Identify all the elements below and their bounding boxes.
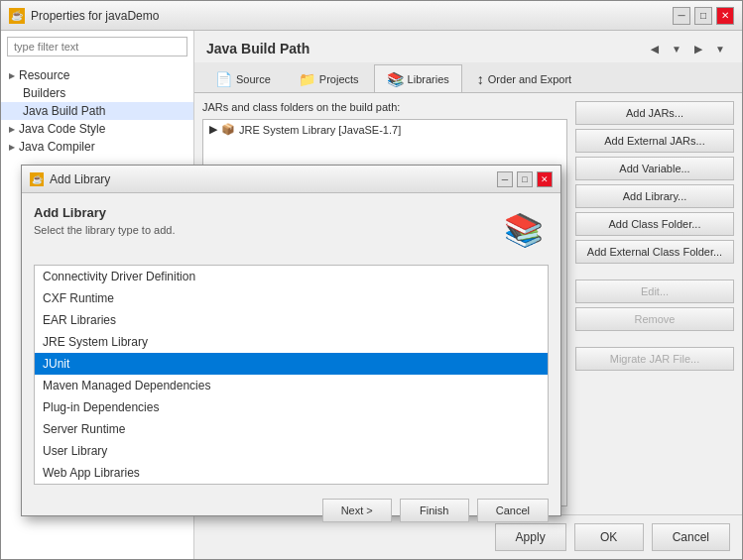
source-tab-icon: 📄 (215, 71, 232, 87)
sidebar-item-label: Resource (19, 68, 69, 82)
library-item-label: Connectivity Driver Definition (43, 270, 195, 283)
dialog-subtitle: Select the library type to add. (34, 224, 175, 236)
library-item-label: EAR Libraries (43, 313, 116, 327)
tab-order-export[interactable]: ↕ Order and Export (464, 65, 584, 92)
library-item-label: JUnit (43, 357, 69, 371)
library-item-label: CXF Runtime (43, 291, 114, 305)
build-label: JARs and class folders on the build path… (202, 101, 567, 113)
filter-input[interactable] (7, 37, 187, 56)
jar-label: JRE System Library [JavaSE-1.7] (239, 124, 401, 136)
expand-arrow: ▶ (209, 123, 217, 136)
tab-source-label: Source (236, 73, 271, 85)
properties-window: ☕ Properties for javaDemo ─ □ ✕ ▶ Resour… (0, 0, 743, 560)
library-item-webapp[interactable]: Web App Libraries (35, 462, 548, 484)
build-buttons: Add JARs... Add External JARs... Add Var… (575, 101, 734, 506)
panel-title: Java Build Path (206, 41, 310, 56)
add-external-class-folder-button[interactable]: Add External Class Folder... (575, 240, 734, 264)
library-item-label: Plug-in Dependencies (43, 400, 159, 414)
library-icon: 📚 (499, 205, 549, 255)
forward-arrow[interactable]: ▶ (688, 39, 708, 58)
window-title: Properties for javaDemo (31, 9, 159, 23)
sidebar-item-label: Java Build Path (9, 104, 105, 118)
btn-spacer2 (575, 335, 734, 343)
title-bar-left: ☕ Properties for javaDemo (9, 8, 159, 24)
add-external-jars-button[interactable]: Add External JARs... (575, 129, 734, 153)
dialog-title-left: ☕ Add Library (30, 172, 110, 186)
dialog-cancel-button[interactable]: Cancel (477, 499, 549, 522)
sidebar-item-builders[interactable]: Builders (1, 84, 193, 102)
dialog-title: Add Library (50, 172, 110, 186)
cancel-button[interactable]: Cancel (652, 523, 730, 551)
library-item-jre[interactable]: JRE System Library (35, 331, 548, 353)
dialog-header-section: Add Library Select the library type to a… (34, 205, 549, 255)
panel-header: Java Build Path ◀ ▼ ▶ ▼ (194, 31, 742, 62)
library-item-connectivity[interactable]: Connectivity Driver Definition (35, 266, 548, 287)
minimize-button[interactable]: ─ (673, 7, 690, 25)
dialog-controls: ─ □ ✕ (497, 171, 553, 187)
title-bar: ☕ Properties for javaDemo ─ □ ✕ (1, 1, 742, 31)
library-item-label: JRE System Library (43, 335, 148, 349)
sidebar-item-resource[interactable]: ▶ Resource (1, 66, 193, 84)
projects-tab-icon: 📁 (299, 71, 315, 87)
library-item-server[interactable]: Server Runtime (35, 418, 548, 440)
add-variable-button[interactable]: Add Variable... (575, 157, 734, 180)
sidebar-item-label: Java Compiler (19, 140, 95, 154)
dialog-bottom-buttons: Next > Finish Cancel (34, 495, 549, 522)
tab-order-label: Order and Export (488, 73, 571, 85)
sidebar-item-java-code-style[interactable]: ▶ Java Code Style (1, 120, 193, 138)
back-arrow[interactable]: ◀ (645, 39, 665, 58)
jar-icon: 📦 (221, 123, 235, 136)
jar-item-jre[interactable]: ▶ 📦 JRE System Library [JavaSE-1.7] (203, 120, 566, 139)
add-library-dialog: ☕ Add Library ─ □ ✕ Add Library Select t… (21, 165, 561, 516)
dialog-header-text: Add Library Select the library type to a… (34, 205, 175, 236)
library-item-cxf[interactable]: CXF Runtime (35, 287, 548, 309)
tab-projects[interactable]: 📁 Projects (286, 65, 372, 92)
dropdown-arrow[interactable]: ▼ (710, 39, 730, 58)
migrate-jar-button[interactable]: Migrate JAR File... (575, 347, 734, 371)
window-icon: ☕ (9, 8, 25, 24)
nav-arrows: ◀ ▼ ▶ ▼ (645, 39, 730, 58)
expand-arrow: ▶ (9, 125, 15, 134)
sidebar-item-java-build-path[interactable]: Java Build Path (1, 102, 193, 120)
library-item-label: User Library (43, 444, 107, 458)
maximize-button[interactable]: □ (694, 7, 712, 25)
tab-source[interactable]: 📄 Source (202, 65, 284, 92)
remove-button[interactable]: Remove (575, 307, 734, 331)
dialog-body: Add Library Select the library type to a… (22, 193, 560, 534)
close-button[interactable]: ✕ (716, 7, 734, 25)
sidebar-item-java-compiler[interactable]: ▶ Java Compiler (1, 138, 193, 156)
library-item-ear[interactable]: EAR Libraries (35, 309, 548, 331)
tab-libraries-label: Libraries (408, 73, 449, 85)
dialog-heading: Add Library (34, 205, 175, 220)
dialog-minimize-button[interactable]: ─ (497, 171, 513, 187)
dialog-close-button[interactable]: ✕ (537, 171, 553, 187)
expand-arrow: ▶ (9, 71, 15, 80)
order-tab-icon: ↕ (477, 71, 484, 87)
tab-libraries[interactable]: 📚 Libraries (374, 64, 462, 92)
library-item-label: Maven Managed Dependencies (43, 379, 210, 392)
library-list[interactable]: Connectivity Driver Definition CXF Runti… (34, 265, 549, 485)
tabs-bar: 📄 Source 📁 Projects 📚 Libraries ↕ Order … (194, 62, 742, 93)
add-class-folder-button[interactable]: Add Class Folder... (575, 212, 734, 236)
add-jars-button[interactable]: Add JARs... (575, 101, 734, 125)
sidebar-item-label: Java Code Style (19, 122, 105, 136)
library-item-user[interactable]: User Library (35, 440, 548, 462)
library-item-junit[interactable]: JUnit (35, 353, 548, 375)
title-controls: ─ □ ✕ (673, 7, 734, 25)
library-item-plugin[interactable]: Plug-in Dependencies (35, 396, 548, 418)
library-item-label: Web App Libraries (43, 466, 140, 480)
dialog-next-button[interactable]: Next > (322, 499, 392, 522)
dialog-icon: ☕ (30, 172, 44, 186)
dialog-finish-button[interactable]: Finish (400, 499, 469, 522)
dialog-maximize-button[interactable]: □ (517, 171, 533, 187)
btn-spacer (575, 268, 734, 276)
add-library-button[interactable]: Add Library... (575, 184, 734, 208)
dialog-title-bar: ☕ Add Library ─ □ ✕ (22, 166, 560, 193)
expand-arrow: ▶ (9, 143, 15, 152)
library-item-maven[interactable]: Maven Managed Dependencies (35, 375, 548, 396)
ok-button[interactable]: OK (574, 523, 644, 551)
edit-button[interactable]: Edit... (575, 280, 734, 303)
libraries-tab-icon: 📚 (387, 71, 404, 87)
forward-dropdown-icon[interactable]: ▼ (667, 39, 686, 58)
sidebar-item-label: Builders (9, 86, 65, 100)
